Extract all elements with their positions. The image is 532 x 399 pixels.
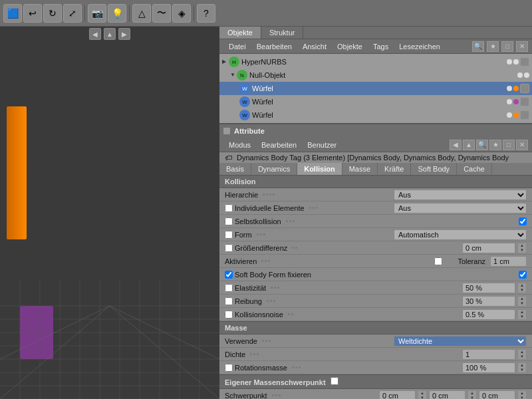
hierarchie-select[interactable]: Aus (394, 190, 527, 200)
toolbar-rotate-icon[interactable]: ↻ (43, 4, 62, 23)
section-massenschwerpunkt: Eigener Massenschwerpunkt (219, 374, 532, 389)
toolbar-camera-icon[interactable]: 📷 (88, 4, 106, 23)
attr-tab-masse[interactable]: Masse (342, 163, 378, 175)
elast-spinner[interactable]: ▲ ▼ (517, 283, 527, 293)
schwerpunkt-z-spinner[interactable]: ▲ ▼ (517, 390, 527, 400)
viewport-nav-right[interactable]: ▶ (118, 28, 130, 40)
aktivieren-checkbox[interactable] (434, 257, 442, 265)
menu-tags[interactable]: Tags (368, 42, 394, 51)
selbstkollision-value-checkbox[interactable] (519, 217, 527, 225)
prop-label-schwerpunkt: Schwerpunkt (225, 392, 379, 400)
toolbar-spline-icon[interactable]: 〜 (152, 4, 171, 23)
attr-menu-benutzer[interactable]: Benutzer (302, 140, 342, 150)
reib-spinner[interactable]: ▲ ▼ (517, 296, 527, 307)
attribute-info-text: Dynamics Body Tag (3 Elemente) [Dynamics… (237, 154, 509, 162)
dichte-input[interactable] (462, 349, 515, 360)
attr-search-icon[interactable]: 🔍 (476, 140, 488, 150)
schwerpunkt-enable-checkbox[interactable] (331, 377, 338, 385)
prop-value-selbstkollision (519, 217, 527, 225)
attr-menu-modus[interactable]: Modus (223, 140, 256, 150)
tab-objekte[interactable]: Objekte (219, 27, 261, 39)
individuelle-checkbox[interactable] (225, 204, 233, 212)
spinner-down[interactable]: ▼ (518, 248, 526, 253)
menu-bearbeiten[interactable]: Bearbeiten (251, 42, 297, 51)
noise-spinner[interactable]: ▲ ▼ (517, 309, 527, 320)
obj-dots-null (517, 72, 529, 78)
tab-struktur[interactable]: Struktur (261, 27, 304, 39)
elast-checkbox[interactable] (225, 284, 233, 292)
toolbar-select-icon[interactable]: ↩ (23, 4, 42, 23)
obj-item-null[interactable]: ▼ N Null-Objekt (219, 68, 532, 82)
object-list-container: ▶ H HyperNURBS ▼ N Null-Objekt (219, 54, 532, 123)
prop-softbodyfix: Soft Body Form fixieren (219, 268, 532, 281)
attr-tab-kraefte[interactable]: Kräfte (378, 163, 411, 175)
obj-search-icon[interactable]: 🔍 (472, 41, 484, 52)
expand-arrow-null[interactable]: ▼ (230, 72, 237, 78)
toolbar-sep-3 (194, 5, 194, 21)
menu-ansicht[interactable]: Ansicht (297, 42, 332, 51)
viewport-nav-up[interactable]: ▲ (104, 28, 116, 40)
expand-arrow-hypernurbs[interactable]: ▶ (222, 59, 229, 65)
obj-expand-icon[interactable]: □ (501, 41, 513, 52)
attr-nav-back[interactable]: ◀ (450, 140, 462, 150)
dichte-spinner[interactable]: ▲ ▼ (517, 349, 527, 360)
spinner-up[interactable]: ▲ (518, 243, 526, 248)
attr-tab-dynamics[interactable]: Dynamics (251, 163, 297, 175)
attr-close-icon[interactable]: ✕ (516, 140, 528, 150)
toleranz-input[interactable] (490, 256, 527, 267)
verwende-select[interactable]: Weltdichte (394, 336, 527, 346)
toolbar-deform-icon[interactable]: ◈ (172, 4, 191, 23)
reib-checkbox[interactable] (225, 297, 233, 305)
schwerpunkt-y-spinner[interactable]: ▲ ▼ (467, 390, 477, 400)
individuelle-select[interactable]: Aus (394, 203, 527, 213)
obj-item-cube1[interactable]: W Würfel (219, 82, 532, 95)
attr-tab-cache[interactable]: Cache (457, 163, 492, 175)
prop-label-aktivieren: Aktivieren (225, 257, 434, 265)
viewport-nav-left[interactable]: ◀ (89, 28, 101, 40)
attr-menu-bearbeiten[interactable]: Bearbeiten (256, 140, 302, 150)
attr-tab-softbody[interactable]: Soft Body (411, 163, 457, 175)
rotmasse-spinner[interactable]: ▲ ▼ (517, 362, 527, 373)
softbodyfix-checkbox[interactable] (225, 271, 233, 279)
noise-input[interactable] (462, 309, 515, 320)
schwerpunkt-x-input[interactable] (379, 390, 416, 400)
menu-datei[interactable]: Datei (223, 42, 251, 51)
schwerpunkt-z-input[interactable] (479, 390, 515, 400)
viewport-3d[interactable]: ◀ ▲ ▶ (0, 27, 219, 399)
obj-item-cube3[interactable]: W Würfel (219, 108, 532, 122)
toolbar-cube-icon[interactable]: 🟦 (3, 4, 22, 23)
obj-item-cube2[interactable]: W Würfel (219, 95, 532, 108)
rotmasse-checkbox[interactable] (225, 364, 233, 372)
attribute-tabs: Basis Dynamics Kollision Masse Kräfte So… (219, 163, 532, 175)
groesse-input[interactable] (462, 243, 515, 253)
toolbar-light-icon[interactable]: 💡 (108, 4, 126, 23)
attribute-menubar: Modus Bearbeiten Benutzer ◀ ▲ 🔍 ★ □ ✕ (219, 138, 532, 152)
schwerpunkt-y-input[interactable] (429, 390, 466, 400)
obj-item-hypernurbs[interactable]: ▶ H HyperNURBS (219, 55, 532, 68)
softbodyfix-value-checkbox[interactable] (519, 271, 527, 279)
obj-close-icon[interactable]: ✕ (516, 41, 528, 52)
schwerpunkt-x-spinner[interactable]: ▲ ▼ (418, 390, 427, 400)
groesse-spinner[interactable]: ▲ ▼ (517, 243, 527, 253)
menu-lesezeichen[interactable]: Lesezeichen (394, 42, 446, 51)
form-select[interactable]: Automatisch (394, 229, 527, 240)
selbstkollision-checkbox[interactable] (225, 217, 233, 225)
attr-bookmark-icon[interactable]: ★ (489, 140, 501, 150)
obj-bookmark-icon[interactable]: ★ (487, 41, 499, 52)
toolbar-help-icon[interactable]: ? (197, 4, 215, 23)
attr-expand-icon[interactable]: □ (503, 140, 515, 150)
toolbar-scale-icon[interactable]: ⤢ (63, 4, 82, 23)
form-checkbox[interactable] (225, 231, 233, 239)
toolbar-poly-icon[interactable]: △ (132, 4, 151, 23)
rotmasse-input[interactable] (462, 362, 515, 373)
attr-tab-kollision[interactable]: Kollision (297, 163, 342, 175)
reib-input[interactable] (462, 296, 515, 307)
prop-schwerpunkt: Schwerpunkt ▲ ▼ ▲ (219, 389, 532, 399)
elast-input[interactable] (462, 283, 515, 293)
attr-tag-icon: 🏷 (225, 154, 232, 162)
menu-objekte[interactable]: Objekte (332, 42, 368, 51)
attr-tab-basis[interactable]: Basis (219, 163, 251, 175)
groesse-checkbox[interactable] (225, 244, 233, 252)
attr-nav-up[interactable]: ▲ (463, 140, 475, 150)
noise-checkbox[interactable] (225, 311, 233, 319)
